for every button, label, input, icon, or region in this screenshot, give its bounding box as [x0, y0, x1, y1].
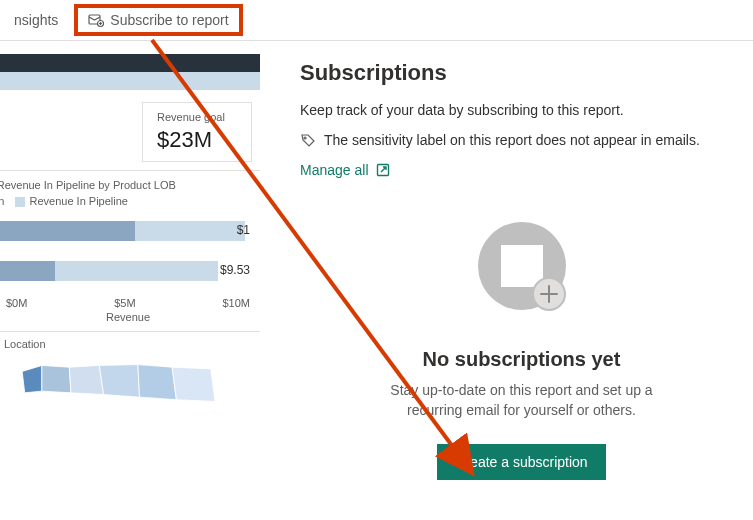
- bar-row: $9.53: [0, 257, 256, 285]
- empty-state-graphic: [467, 218, 577, 328]
- legend-won: Won: [0, 195, 4, 207]
- map-title: Location: [4, 338, 260, 350]
- kpi-cards: Revenue goal $23M: [0, 90, 260, 170]
- axis-tick: $10M: [222, 297, 250, 309]
- command-bar: nsights Subscribe to report: [0, 0, 753, 41]
- subscribe-to-report-button[interactable]: Subscribe to report: [74, 4, 242, 36]
- manage-all-link[interactable]: Manage all: [300, 162, 391, 178]
- panel-heading: Subscriptions: [300, 60, 743, 86]
- bar-won: [0, 261, 55, 281]
- create-subscription-label: Create a subscription: [455, 454, 587, 470]
- axis-tick: $0M: [6, 297, 27, 309]
- subscriptions-panel: Subscriptions Keep track of your data by…: [280, 50, 753, 520]
- usa-map: [0, 350, 250, 410]
- subscribe-icon: [88, 12, 104, 28]
- bar-chart[interactable]: on and Revenue In Pipeline by Product LO…: [0, 170, 260, 323]
- chart-bars: $1 $9.53: [0, 217, 256, 285]
- svg-point-2: [304, 137, 306, 139]
- sensitivity-note-row: The sensitivity label on this report doe…: [300, 132, 743, 148]
- legend-pipeline: Revenue In Pipeline: [29, 195, 127, 207]
- insights-command[interactable]: nsights: [4, 8, 68, 32]
- bar-value-label: $1: [237, 223, 250, 237]
- empty-state-subtitle: Stay up-to-date on this report and set u…: [362, 381, 682, 420]
- axis-tick: $5M: [114, 297, 135, 309]
- chart-legend: Won Revenue In Pipeline: [0, 195, 256, 207]
- chart-title: on and Revenue In Pipeline by Product LO…: [0, 179, 256, 191]
- create-subscription-button[interactable]: Create a subscription: [437, 444, 605, 480]
- tag-icon: [300, 132, 316, 148]
- report-preview: Revenue goal $23M on and Revenue In Pipe…: [0, 40, 260, 520]
- card-value: $23M: [157, 127, 237, 153]
- bar-won: [0, 221, 135, 241]
- panel-description: Keep track of your data by subscribing t…: [300, 102, 743, 118]
- svg-rect-5: [501, 245, 543, 287]
- report-header-dark: [0, 54, 260, 72]
- bar-row: $1: [0, 217, 256, 245]
- card-label: Revenue goal: [157, 111, 237, 123]
- insights-label: nsights: [14, 12, 58, 28]
- bar-value-label: $9.53: [220, 263, 250, 277]
- empty-state-title: No subscriptions yet: [300, 348, 743, 371]
- x-axis-title: Revenue: [0, 311, 256, 323]
- legend-swatch-pipeline: [15, 197, 25, 207]
- revenue-goal-card[interactable]: Revenue goal $23M: [142, 102, 252, 162]
- x-axis: $0M $5M $10M: [0, 297, 256, 309]
- manage-all-label: Manage all: [300, 162, 369, 178]
- open-external-icon: [375, 162, 391, 178]
- report-header-light: [0, 72, 260, 90]
- empty-state: No subscriptions yet Stay up-to-date on …: [300, 218, 743, 480]
- sensitivity-note: The sensitivity label on this report doe…: [324, 132, 700, 148]
- map-visual[interactable]: Location: [0, 331, 260, 413]
- subscribe-label: Subscribe to report: [110, 12, 228, 28]
